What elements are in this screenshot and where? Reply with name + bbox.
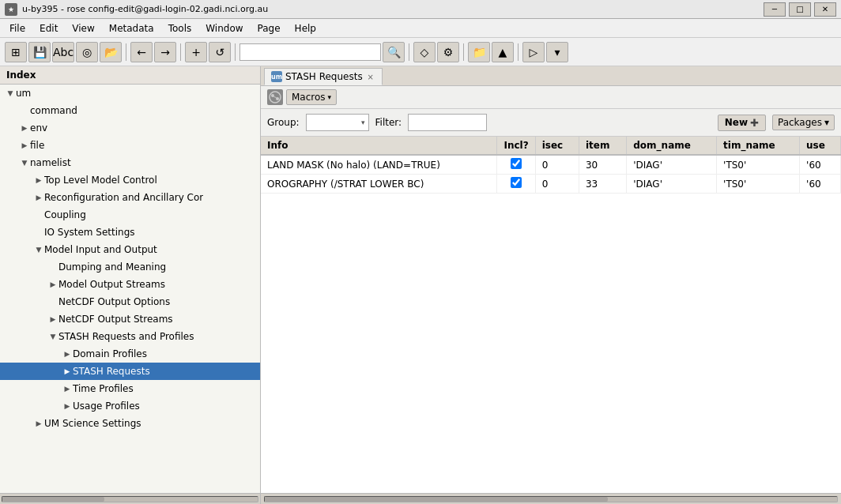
cell-tim-name-0: 'TS0' <box>717 155 800 175</box>
tree-arrow-file: ▶ <box>19 140 30 151</box>
table-row[interactable]: OROGRAPHY (/STRAT LOWER BC)033'DIAG''TS0… <box>261 175 841 194</box>
tree-arrow-coupling <box>33 209 44 220</box>
search-button[interactable]: 🔍 <box>383 42 405 62</box>
info-button[interactable]: ◎ <box>76 42 98 62</box>
tree-arrow-um: ▼ <box>5 88 16 99</box>
refresh-button[interactable]: ↺ <box>209 42 231 62</box>
tree-label-dumping: Dumping and Meaning <box>58 261 166 273</box>
macros-label: Macros <box>292 92 326 103</box>
cell-use-0: '60 <box>800 155 841 175</box>
macros-button[interactable]: Macros ▾ <box>286 89 337 105</box>
menu-help[interactable]: Help <box>289 21 322 36</box>
close-button[interactable]: ✕ <box>814 2 836 17</box>
sidebar-item-command[interactable]: command <box>0 102 260 119</box>
checkbox-incl-0[interactable] <box>511 158 522 169</box>
tab-close-button[interactable]: × <box>366 72 375 81</box>
menu-view[interactable]: View <box>66 21 100 36</box>
sidebar-item-um-science[interactable]: ▶UM Science Settings <box>0 415 260 432</box>
sidebar-item-model-io[interactable]: ▼Model Input and Output <box>0 241 260 258</box>
tree-arrow-um-science: ▶ <box>33 418 44 429</box>
sidebar-item-stash-req-profiles[interactable]: ▼STASH Requests and Profiles <box>0 328 260 345</box>
menu-tools[interactable]: Tools <box>162 21 198 36</box>
sidebar-item-time-profiles[interactable]: ▶Time Profiles <box>0 380 260 397</box>
sidebar-item-top-level[interactable]: ▶Top Level Model Control <box>0 171 260 189</box>
menu-edit[interactable]: Edit <box>33 21 64 36</box>
filter-input[interactable] <box>408 114 487 131</box>
sidebar-item-um[interactable]: ▼um <box>0 85 260 102</box>
table-header-row: Info Incl? isec item dom_name tim_name u… <box>261 137 841 155</box>
sidebar-item-output-streams[interactable]: ▶Model Output Streams <box>0 276 260 293</box>
diamond-button[interactable]: ◇ <box>413 42 436 62</box>
h-scrollbar-thumb[interactable] <box>265 497 608 502</box>
macros-svg-icon <box>268 90 282 104</box>
macros-icon <box>267 89 283 105</box>
back-button[interactable]: ← <box>130 42 153 62</box>
sidebar-item-netcdf-options[interactable]: NetCDF Output Options <box>0 293 260 310</box>
abc-button[interactable]: Abc <box>52 42 74 62</box>
packages-button[interactable]: Packages ▾ <box>772 115 835 130</box>
table-container: Info Incl? isec item dom_name tim_name u… <box>261 137 841 493</box>
sidebar-header: Index <box>0 66 260 85</box>
cell-incl-0[interactable] <box>497 155 535 175</box>
tree-arrow-netcdf-streams: ▶ <box>47 314 58 325</box>
sidebar-item-coupling[interactable]: Coupling <box>0 206 260 224</box>
titlebar-controls[interactable]: − □ ✕ <box>764 2 836 17</box>
titlebar: ★ u-by395 - rose config-edit@gadi-login-… <box>0 0 841 19</box>
sidebar-item-dumping[interactable]: Dumping and Meaning <box>0 258 260 276</box>
filter-label: Filter: <box>375 117 402 128</box>
new-button[interactable]: New ✚ <box>718 115 766 131</box>
cell-isec-1: 0 <box>535 175 579 194</box>
sidebar-scrollbar-thumb[interactable] <box>2 497 104 502</box>
cell-incl-1[interactable] <box>497 175 535 194</box>
menu-metadata[interactable]: Metadata <box>103 21 160 36</box>
play-button[interactable]: ▷ <box>522 42 545 62</box>
separator-5 <box>463 43 464 61</box>
sidebar-item-io-system[interactable]: IO System Settings <box>0 224 260 241</box>
sidebar-item-stash-requests[interactable]: ▶STASH Requests <box>0 363 260 380</box>
table-row[interactable]: LAND MASK (No halo) (LAND=TRUE)030'DIAG'… <box>261 155 841 175</box>
folder2-button[interactable]: 📁 <box>468 42 490 62</box>
add-button[interactable]: + <box>185 42 207 62</box>
tree-label-time-profiles: Time Profiles <box>73 383 134 394</box>
macros-dropdown-arrow: ▾ <box>328 93 332 101</box>
tree-arrow-stash-requests: ▶ <box>62 366 73 377</box>
tree-label-netcdf-options: NetCDF Output Options <box>58 296 170 307</box>
open-button[interactable]: 📂 <box>100 42 122 62</box>
cell-dom-name-1: 'DIAG' <box>627 175 717 194</box>
forward-button[interactable]: → <box>154 42 176 62</box>
gear-button[interactable]: ⚙ <box>437 42 459 62</box>
menu-window[interactable]: Window <box>199 21 249 36</box>
sidebar-item-namelist[interactable]: ▼namelist <box>0 154 260 171</box>
new-icon: ✚ <box>750 117 759 129</box>
tree-label-file: file <box>30 140 44 151</box>
tree-arrow-stash-req-profiles: ▼ <box>47 331 58 342</box>
sidebar-item-file[interactable]: ▶file <box>0 137 260 154</box>
tree-arrow-reconfig: ▶ <box>33 192 44 203</box>
maximize-button[interactable]: □ <box>789 2 811 17</box>
sidebar-scrollbar[interactable] <box>0 493 260 504</box>
home-button[interactable]: ⊞ <box>5 42 27 62</box>
sidebar-item-domain-profiles[interactable]: ▶Domain Profiles <box>0 345 260 363</box>
tree-arrow-top-level: ▶ <box>33 175 44 186</box>
sidebar-item-reconfig[interactable]: ▶Reconfiguration and Ancillary Cor <box>0 189 260 206</box>
toolbar: ⊞ 💾 Abc ◎ 📂 ← → + ↺ 🔍 ◇ ⚙ 📁 ▲ ▷ ▾ <box>0 38 841 66</box>
sidebar-item-netcdf-streams[interactable]: ▶NetCDF Output Streams <box>0 310 260 328</box>
checkbox-incl-1[interactable] <box>511 177 522 188</box>
menu-file[interactable]: File <box>3 21 32 36</box>
content-scrollbar[interactable] <box>261 493 841 504</box>
search-input[interactable] <box>239 43 381 61</box>
sidebar-item-usage-profiles[interactable]: ▶Usage Profiles <box>0 397 260 415</box>
up-button[interactable]: ▲ <box>492 42 514 62</box>
save-button[interactable]: 💾 <box>28 42 51 62</box>
minimize-button[interactable]: − <box>764 2 786 17</box>
tree-label-usage-profiles: Usage Profiles <box>73 401 140 412</box>
menu-page[interactable]: Page <box>251 21 287 36</box>
tab-icon: um <box>271 71 282 82</box>
tab-stash-requests[interactable]: um STASH Requests × <box>264 68 383 85</box>
menu-button[interactable]: ▾ <box>546 42 568 62</box>
cell-item-0: 30 <box>579 155 626 175</box>
group-select[interactable]: ▾ <box>306 114 369 131</box>
h-scrollbar-track[interactable] <box>264 496 838 502</box>
sidebar-item-env[interactable]: ▶env <box>0 119 260 137</box>
sidebar-scrollbar-track[interactable] <box>2 496 258 502</box>
